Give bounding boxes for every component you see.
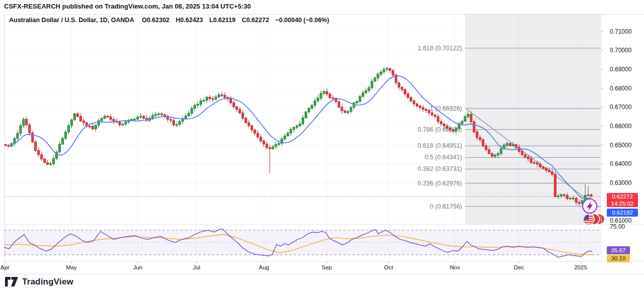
candle — [578, 203, 580, 204]
fib-level-label: 1.618 (0.70122) — [418, 45, 462, 52]
candle — [476, 132, 478, 137]
candle — [374, 78, 376, 81]
candle — [179, 121, 181, 124]
candle — [410, 98, 412, 101]
time-axis-label: Oct — [384, 264, 394, 270]
candle — [485, 146, 487, 150]
time-axis[interactable]: AprMayJunJulAugSepOctNovDec2025 — [1, 261, 587, 270]
time-axis-label: May — [66, 264, 77, 270]
time-axis-label: Aug — [259, 264, 269, 270]
fib-level-label: 0 (0.61756) — [430, 203, 462, 210]
tradingview-logo-icon — [5, 277, 18, 287]
candle — [434, 115, 436, 117]
candle — [173, 121, 175, 125]
candle — [506, 143, 508, 145]
candle — [257, 133, 259, 137]
candle — [140, 116, 142, 117]
candle — [425, 109, 427, 110]
candle — [533, 162, 535, 163]
candle — [41, 155, 43, 159]
candle — [491, 154, 493, 156]
candle — [512, 145, 514, 146]
candle — [23, 119, 25, 126]
price-chart-canvas[interactable]: 1.618 (0.70122)1 (0.66926)0.786 (0.65820… — [0, 0, 644, 292]
candle — [326, 91, 328, 94]
candle — [560, 194, 562, 196]
candle — [320, 93, 322, 98]
candle — [38, 150, 40, 154]
candle — [248, 123, 250, 126]
tradingview-footer[interactable]: TradingView — [5, 277, 73, 287]
candle — [200, 101, 202, 104]
price-scale-label: 0.66000 — [610, 123, 632, 130]
candle — [26, 119, 28, 125]
candle — [230, 99, 232, 103]
candle — [554, 174, 556, 197]
highlight-zone — [465, 14, 601, 225]
candle — [203, 101, 205, 102]
candle — [76, 114, 78, 116]
candle — [269, 148, 271, 149]
candle — [119, 122, 121, 125]
candle — [311, 105, 313, 108]
candle — [329, 94, 331, 98]
candle — [509, 143, 511, 145]
price-scale-label: 0.69000 — [610, 66, 632, 73]
candle — [53, 158, 55, 164]
candle — [515, 145, 517, 147]
candle — [473, 122, 475, 132]
candle — [317, 98, 319, 101]
candle — [266, 144, 268, 148]
candle — [545, 168, 547, 170]
candle — [197, 105, 199, 106]
lightning-marker-icon[interactable] — [583, 199, 597, 213]
candle — [50, 164, 52, 165]
candle — [452, 130, 454, 131]
candle — [422, 108, 424, 109]
candle — [98, 121, 100, 125]
candle — [461, 121, 463, 124]
candle — [275, 144, 277, 146]
candle — [431, 113, 433, 115]
candle — [82, 121, 84, 123]
candle — [416, 104, 418, 106]
candle — [236, 107, 238, 110]
ohlc-high: H0.62423 — [176, 17, 203, 24]
candle — [494, 155, 496, 156]
candle — [17, 133, 19, 138]
candle — [365, 90, 367, 92]
candle — [377, 74, 379, 78]
candle — [224, 95, 226, 97]
tradingview-snapshot: CSFX-RESEARCH published on TradingView.c… — [0, 0, 644, 292]
ohlc-low: L0.62119 — [209, 17, 235, 24]
rsi-value-badge: 35.67 — [607, 246, 630, 254]
candle — [254, 130, 256, 134]
candle — [356, 102, 358, 103]
candle — [91, 126, 94, 129]
candle — [482, 140, 484, 146]
candle — [221, 95, 223, 96]
last-price-badge: 0.62272 14:25:02 — [607, 193, 638, 207]
candle — [110, 117, 112, 119]
candle — [170, 119, 172, 121]
tradingview-logo-text: TradingView — [22, 277, 73, 287]
candle — [5, 145, 7, 146]
ohlc-close: C0.62272 — [242, 17, 269, 24]
candle — [467, 114, 469, 117]
price-scale-label: 0.67000 — [610, 104, 632, 111]
candle — [59, 144, 61, 152]
candle — [368, 87, 370, 90]
candle — [296, 126, 298, 128]
candle — [293, 127, 295, 129]
bar-countdown: 14:25:02 — [607, 200, 638, 207]
time-axis-label: Dec — [514, 264, 524, 270]
candle — [191, 109, 193, 114]
candle — [137, 117, 139, 119]
candle — [542, 167, 544, 168]
candle — [29, 125, 31, 133]
candle — [524, 155, 526, 157]
candle — [530, 159, 532, 162]
candle — [380, 72, 382, 74]
symbol-header[interactable]: Australian Dollar / U.S. Dollar, 1D, OAN… — [9, 17, 334, 24]
time-axis-label: Apr — [1, 264, 10, 270]
